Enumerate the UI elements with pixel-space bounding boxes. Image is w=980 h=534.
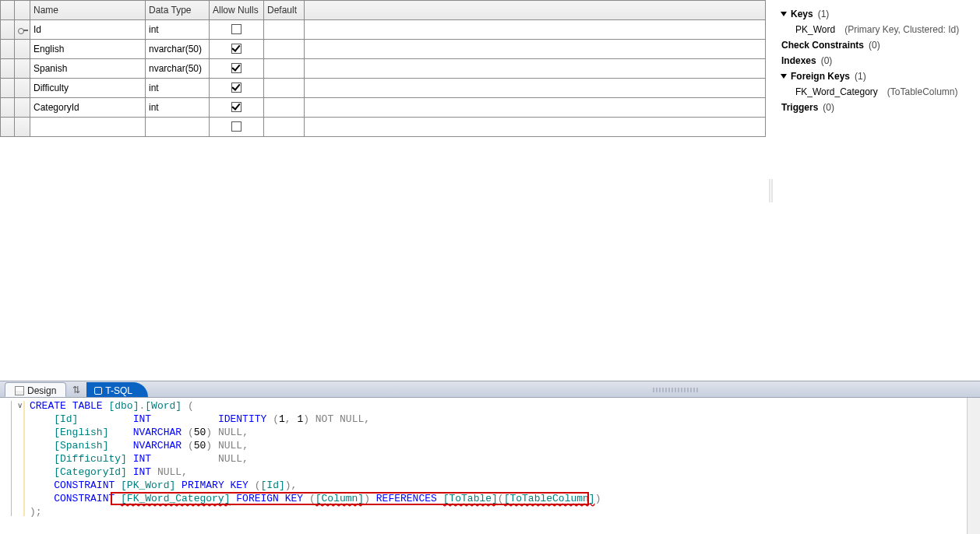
code-gutter: ∨ [0,398,26,534]
fold-toggle-icon[interactable]: ∨ [17,401,23,409]
checkbox-icon[interactable] [231,83,241,93]
cell-datatype[interactable]: int [146,20,210,40]
design-icon [15,386,24,395]
caret-down-icon [781,74,787,79]
cell-name[interactable] [30,118,146,137]
cell-datatype[interactable]: int [146,79,210,98]
cell-name[interactable]: Difficulty [30,79,146,98]
checkbox-icon[interactable] [231,63,241,73]
designer-tab-strip: Design ⇅ T-SQL [0,381,980,398]
tab-tsql[interactable]: T-SQL [86,382,148,397]
cell-name[interactable]: English [30,40,146,59]
table-row[interactable]: Idint [1,20,766,40]
indexes-header[interactable]: Indexes (0) [781,53,972,69]
cell-allownulls[interactable] [210,79,264,98]
cell-default[interactable] [264,79,305,98]
pk-indicator [15,20,30,40]
checkbox-icon[interactable] [231,121,241,132]
row-selector[interactable] [1,118,15,137]
table-row[interactable]: Englishnvarchar(50) [1,40,766,59]
row-selector[interactable] [1,20,15,40]
cell-name[interactable]: Spanish [30,59,146,79]
pk-indicator [15,79,30,98]
cell-allownulls[interactable] [210,20,264,40]
cell-allownulls[interactable] [210,98,264,118]
row-selector[interactable] [1,79,15,98]
cell-allownulls[interactable] [210,59,264,79]
cell-datatype[interactable]: nvarchar(50) [146,40,210,59]
checkbox-icon[interactable] [231,24,241,34]
cell-datatype[interactable]: int [146,98,210,118]
col-header-default[interactable]: Default [264,1,305,20]
tab-swap-button[interactable]: ⇅ [66,382,86,397]
horizontal-splitter-handle[interactable] [653,388,700,392]
sql-editor[interactable]: CREATE TABLE [dbo].[Word] ( [Id] INT IDE… [26,398,967,534]
vertical-scrollbar[interactable] [967,398,980,534]
checkbox-icon[interactable] [231,102,241,112]
triggers-header[interactable]: Triggers (0) [781,100,972,115]
tsql-icon [94,387,102,395]
row-selector[interactable] [1,98,15,118]
properties-panel: Keys (1) PK_Word (Primary Key, Clustered… [774,0,980,381]
table-designer-grid[interactable]: Name Data Type Allow Nulls Default Idint… [0,0,766,381]
table-row[interactable]: CategoryIdint [1,98,766,118]
cell-default[interactable] [264,20,305,40]
cell-default[interactable] [264,40,305,59]
cell-default[interactable] [264,118,305,137]
cell-name[interactable]: Id [30,20,146,40]
cell-datatype[interactable] [146,118,210,137]
table-row[interactable]: Difficultyint [1,79,766,98]
col-header-allownulls[interactable]: Allow Nulls [210,1,264,20]
cell-default[interactable] [264,59,305,79]
cell-allownulls[interactable] [210,118,264,137]
grid-header-row: Name Data Type Allow Nulls Default [1,1,766,20]
keys-header[interactable]: Keys (1) [781,6,972,22]
tab-design[interactable]: Design [5,382,66,397]
key-icon [18,28,28,33]
cell-name[interactable]: CategoryId [30,98,146,118]
cell-default[interactable] [264,98,305,118]
row-selector[interactable] [1,59,15,79]
foreign-keys-header[interactable]: Foreign Keys (1) [781,69,972,84]
table-row-new[interactable] [1,118,766,137]
foreign-keys-item[interactable]: FK_Word_Category (ToTableColumn) [781,84,972,100]
cell-datatype[interactable]: nvarchar(50) [146,59,210,79]
keys-item[interactable]: PK_Word (Primary Key, Clustered: Id) [781,22,972,37]
caret-down-icon [781,12,787,16]
cell-allownulls[interactable] [210,40,264,59]
row-selector[interactable] [1,40,15,59]
col-header-name[interactable]: Name [30,1,146,20]
pk-indicator [15,59,30,79]
col-header-datatype[interactable]: Data Type [146,1,210,20]
table-row[interactable]: Spanishnvarchar(50) [1,59,766,79]
checkbox-icon[interactable] [231,44,241,54]
pk-indicator [15,98,30,118]
check-constraints-header[interactable]: Check Constraints (0) [781,37,972,53]
vertical-splitter[interactable] [766,0,774,381]
pk-indicator [15,40,30,59]
